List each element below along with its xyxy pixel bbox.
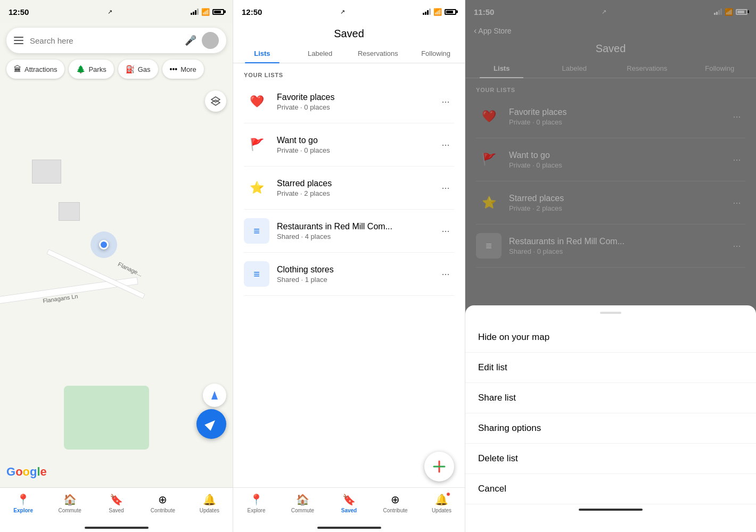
- compass-button[interactable]: [203, 384, 226, 407]
- bottom-navigation: 📍 Explore 🏠 Commute 🔖 Saved ⊕ Contribute…: [233, 488, 465, 532]
- list-more-button[interactable]: ···: [437, 136, 454, 153]
- restaurant-list-icon: ≡: [244, 218, 269, 244]
- tab-labeled[interactable]: Labeled: [291, 44, 349, 63]
- home-indicator: [579, 509, 643, 511]
- list-more-button[interactable]: ···: [437, 93, 454, 110]
- menu-panel: 11:50 ↗ 📶 ‹ App Store Saved Lists: [465, 0, 756, 532]
- nav-saved[interactable]: 🔖 Saved: [93, 492, 139, 513]
- list-item-name: Clothing stores: [277, 265, 437, 275]
- hide-on-map-label: Hide on your map: [478, 332, 549, 342]
- edit-list-label: Edit list: [478, 362, 507, 372]
- search-input[interactable]: [30, 36, 180, 45]
- nav-commute[interactable]: 🏠 Commute: [280, 492, 326, 513]
- nav-contribute[interactable]: ⊕ Contribute: [372, 492, 418, 513]
- list-item-info: Want to go Private · 0 places: [277, 136, 437, 154]
- list-item-info: Clothing stores Shared · 1 place: [277, 265, 437, 284]
- more-icon: •••: [170, 65, 178, 73]
- microphone-icon[interactable]: 🎤: [185, 35, 196, 46]
- updates-icon: 🔔: [203, 493, 216, 506]
- more-dots-icon: ···: [441, 96, 449, 107]
- chip-label: Attractions: [24, 65, 57, 73]
- hide-on-map-button[interactable]: Hide on your map: [465, 322, 756, 353]
- home-indicator: [317, 527, 381, 529]
- commute-icon: 🏠: [296, 493, 309, 506]
- list-item-meta: Private · 0 places: [277, 146, 437, 154]
- contribute-icon: ⊕: [158, 493, 167, 506]
- list-item-info: Favorite places Private · 0 places: [277, 93, 437, 111]
- list-item-starred[interactable]: ⭐ Starred places Private · 2 places ···: [244, 167, 454, 210]
- nav-updates[interactable]: 🔔 Updates: [186, 492, 233, 513]
- explore-icon: 📍: [17, 493, 30, 506]
- list-item-meta: Shared · 4 places: [277, 232, 437, 240]
- map-building: [59, 202, 80, 221]
- nav-explore[interactable]: 📍 Explore: [233, 492, 280, 513]
- sharing-options-button[interactable]: Sharing options: [465, 413, 756, 444]
- bottom-navigation: 📍 Explore 🏠 Commute 🔖 Saved ⊕ Contribute…: [0, 488, 233, 532]
- saved-icon: 🔖: [342, 493, 356, 506]
- share-list-label: Share list: [478, 393, 516, 403]
- section-title: YOUR LISTS: [244, 72, 454, 78]
- list-item-name: Want to go: [277, 136, 437, 145]
- favorite-icon: ❤️: [244, 89, 269, 114]
- delete-list-button[interactable]: Delete list: [465, 444, 756, 474]
- list-more-button[interactable]: ···: [437, 265, 454, 282]
- list-more-button[interactable]: ···: [437, 222, 454, 239]
- edit-list-button[interactable]: Edit list: [465, 353, 756, 383]
- status-bar: 12:50 ↗ 📶: [233, 0, 465, 23]
- saved-icon: 🔖: [110, 493, 123, 506]
- compass-arrow-icon: [211, 391, 218, 400]
- map-panel: Flanagans Ln Flanage... 12:50 ↗ 📶: [0, 0, 233, 532]
- list-item-favorite[interactable]: ❤️ Favorite places Private · 0 places ··…: [244, 80, 454, 123]
- share-list-button[interactable]: Share list: [465, 383, 756, 413]
- battery-icon: [212, 9, 224, 15]
- more-dots-icon: ···: [441, 139, 449, 151]
- home-indicator: [85, 527, 149, 529]
- tab-lists[interactable]: Lists: [233, 44, 291, 63]
- category-chips: 🏛 Attractions 🌲 Parks ⛽ Gas ••• More: [6, 60, 204, 79]
- chip-label: More: [180, 65, 196, 73]
- status-icons: 📶: [423, 8, 456, 16]
- layer-button[interactable]: [205, 90, 226, 112]
- list-item-restaurants[interactable]: ≡ Restaurants in Red Mill Com... Shared …: [244, 210, 454, 253]
- chip-gas[interactable]: ⛽ Gas: [118, 60, 158, 79]
- list-item-info: Starred places Private · 2 places: [277, 179, 437, 197]
- more-dots-icon: ···: [441, 182, 449, 194]
- sharing-options-label: Sharing options: [478, 423, 541, 433]
- avatar[interactable]: [202, 32, 219, 49]
- wifi-icon: 📶: [433, 8, 442, 16]
- list-item-info: Restaurants in Red Mill Com... Shared · …: [277, 222, 437, 240]
- map-background: Flanagans Ln Flanage...: [0, 0, 233, 532]
- nav-saved-label: Saved: [109, 508, 124, 513]
- clothing-list-icon: ≡: [244, 261, 269, 287]
- chip-parks[interactable]: 🌲 Parks: [69, 60, 113, 79]
- nav-commute-label: Commute: [291, 508, 314, 513]
- chip-label: Parks: [88, 65, 106, 73]
- nav-explore[interactable]: 📍 Explore: [0, 492, 46, 513]
- delete-list-label: Delete list: [478, 453, 518, 463]
- nav-contribute[interactable]: ⊕ Contribute: [139, 492, 186, 513]
- attractions-icon: 🏛: [14, 65, 21, 73]
- search-bar[interactable]: 🎤: [6, 28, 226, 53]
- location-icon: ↗: [340, 9, 345, 15]
- add-list-button[interactable]: [424, 452, 454, 481]
- chip-attractions[interactable]: 🏛 Attractions: [6, 60, 64, 79]
- nav-saved[interactable]: 🔖 Saved: [326, 492, 372, 513]
- more-dots-icon: ···: [441, 226, 449, 237]
- chip-more[interactable]: ••• More: [162, 60, 204, 79]
- list-item-clothing[interactable]: ≡ Clothing stores Shared · 1 place ···: [244, 253, 454, 296]
- nav-commute[interactable]: 🏠 Commute: [46, 492, 93, 513]
- map-building: [32, 160, 61, 184]
- chip-label: Gas: [138, 65, 151, 73]
- status-time: 12:50: [9, 7, 29, 16]
- tab-bar: Lists Labeled Reservations Following: [233, 44, 465, 63]
- nav-updates[interactable]: 🔔 Updates: [418, 492, 465, 513]
- wifi-icon: 📶: [201, 8, 210, 16]
- cancel-button[interactable]: Cancel: [465, 474, 756, 504]
- list-item-want-to-go[interactable]: 🚩 Want to go Private · 0 places ···: [244, 123, 454, 167]
- list-more-button[interactable]: ···: [437, 179, 454, 196]
- menu-button[interactable]: [14, 37, 23, 44]
- context-menu-handle: [600, 312, 621, 314]
- tab-following[interactable]: Following: [407, 44, 465, 63]
- navigation-button[interactable]: [196, 409, 226, 439]
- tab-reservations[interactable]: Reservations: [349, 44, 407, 63]
